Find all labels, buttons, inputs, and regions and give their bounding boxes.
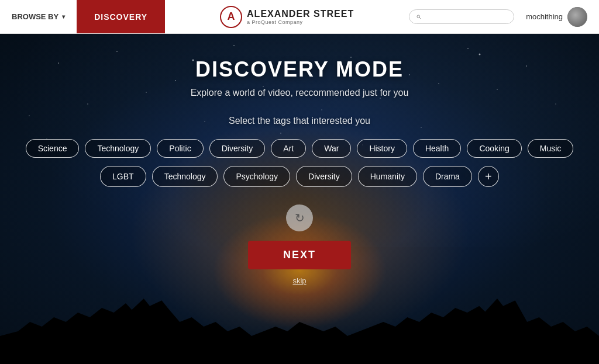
- tag-item[interactable]: Cooking: [467, 139, 521, 158]
- tag-item[interactable]: Technology: [152, 166, 218, 187]
- tag-item[interactable]: Art: [271, 139, 306, 158]
- page-title: DISCOVERY MODE: [195, 57, 404, 82]
- content-overlay: DISCOVERY MODE Explore a world of video,…: [0, 34, 599, 364]
- browse-by-label: BROWSE BY: [12, 12, 58, 21]
- user-area[interactable]: mochithing: [514, 7, 599, 27]
- add-tag-button[interactable]: +: [478, 166, 499, 187]
- tag-item[interactable]: Diversity: [209, 139, 266, 158]
- svg-line-1: [419, 18, 421, 19]
- refresh-button[interactable]: ↻: [286, 204, 313, 231]
- next-button[interactable]: NEXT: [248, 241, 351, 269]
- discovery-tab[interactable]: DISCOVERY: [77, 0, 165, 33]
- svg-point-0: [417, 15, 420, 18]
- username-label: mochithing: [526, 12, 563, 21]
- tag-item[interactable]: LGBT: [100, 166, 146, 187]
- browse-by-menu[interactable]: BROWSE BY ▾: [0, 0, 77, 33]
- page-subtitle: Explore a world of video, reccommended j…: [191, 88, 409, 98]
- search-input[interactable]: [425, 12, 507, 21]
- header: BROWSE BY ▾ DISCOVERY A ALEXANDER STREET…: [0, 0, 599, 34]
- refresh-icon: ↻: [295, 211, 305, 225]
- discovery-tab-label: DISCOVERY: [94, 12, 147, 22]
- tag-item[interactable]: Music: [528, 139, 574, 158]
- logo-icon: A: [220, 6, 242, 28]
- logo-area: A ALEXANDER STREET a ProQuest Company: [165, 6, 409, 28]
- logo-text: ALEXANDER STREET a ProQuest Company: [247, 9, 354, 25]
- skip-button[interactable]: skip: [292, 276, 306, 285]
- tag-item[interactable]: Diversity: [296, 166, 352, 187]
- tag-item[interactable]: Science: [26, 139, 80, 158]
- search-bar[interactable]: [409, 9, 514, 24]
- tags-row-2: LGBTTechnologyPsychologyDiversityHumanit…: [100, 166, 499, 187]
- tag-item[interactable]: Psychology: [223, 166, 290, 187]
- tag-item[interactable]: Drama: [423, 166, 472, 187]
- avatar: [567, 7, 587, 27]
- logo-sub-name: a ProQuest Company: [247, 19, 354, 25]
- logo-letter: A: [228, 11, 235, 23]
- tags-prompt: Select the tags that interested you: [229, 116, 370, 126]
- chevron-down-icon: ▾: [62, 13, 65, 20]
- tag-item[interactable]: Health: [413, 139, 461, 158]
- logo-main-name: ALEXANDER STREET: [247, 9, 354, 19]
- main-content: DISCOVERY MODE Explore a world of video,…: [0, 34, 599, 364]
- tag-item[interactable]: Humanity: [358, 166, 417, 187]
- tag-item[interactable]: Politic: [157, 139, 203, 158]
- search-icon: [416, 13, 421, 21]
- tag-item[interactable]: History: [357, 139, 407, 158]
- tag-item[interactable]: Technology: [85, 139, 151, 158]
- tags-row-1: ScienceTechnologyPoliticDiversityArtWarH…: [26, 139, 574, 158]
- tag-item[interactable]: War: [312, 139, 351, 158]
